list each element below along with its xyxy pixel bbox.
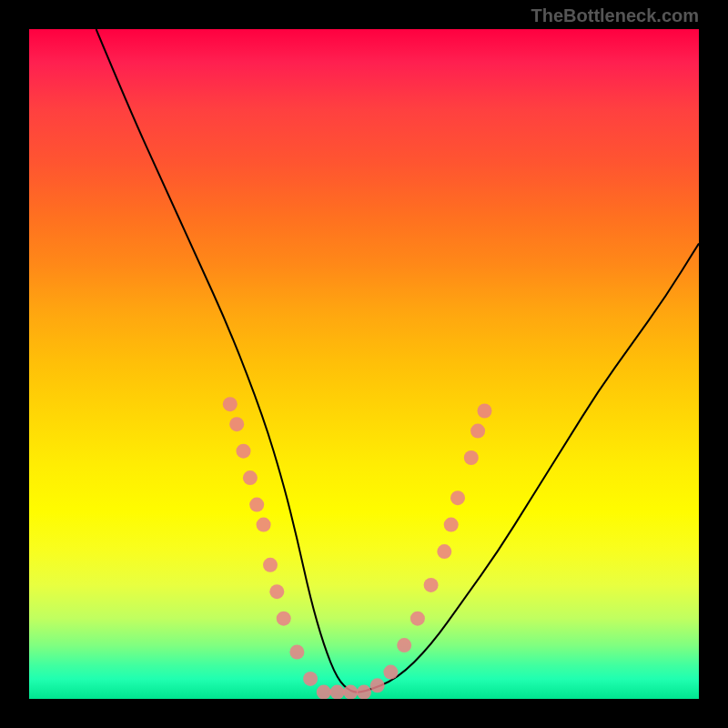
data-point xyxy=(397,638,411,652)
watermark-text: TheBottleneck.com xyxy=(531,5,699,26)
data-point xyxy=(229,417,244,431)
data-point xyxy=(257,518,271,532)
data-point xyxy=(357,685,371,699)
data-point xyxy=(277,612,291,626)
data-point xyxy=(370,678,385,693)
data-point xyxy=(330,685,345,699)
data-point xyxy=(237,444,251,459)
chart-plot-area xyxy=(29,29,699,699)
data-point xyxy=(437,544,451,559)
data-point xyxy=(243,470,258,485)
data-point xyxy=(303,672,318,686)
data-point xyxy=(269,584,284,599)
data-point xyxy=(383,665,398,680)
data-point xyxy=(289,645,304,660)
data-point xyxy=(317,685,331,699)
data-point xyxy=(263,558,278,572)
data-point xyxy=(444,518,459,532)
data-point xyxy=(450,490,465,505)
data-point xyxy=(410,612,425,626)
data-point xyxy=(343,685,358,699)
data-point xyxy=(249,498,264,512)
data-point xyxy=(223,397,238,411)
data-point xyxy=(470,424,485,439)
data-point xyxy=(464,450,479,465)
chart-svg xyxy=(29,29,699,699)
data-point xyxy=(478,404,492,419)
data-point xyxy=(424,578,439,592)
bottleneck-curve xyxy=(96,29,699,693)
